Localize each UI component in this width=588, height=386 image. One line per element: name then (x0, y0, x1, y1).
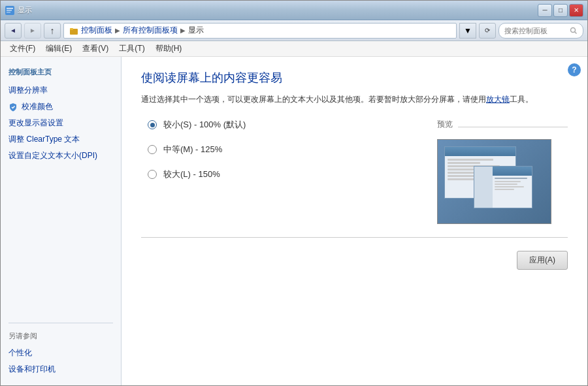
window: 显示 ─ □ ✕ ◄ ► ↑ 控制面板 ▶ 所有控制面板项 ▶ 显示 ▼ ⟳ (0, 0, 588, 386)
content-row: 较小(S) - 100% (默认) 中等(M) - 125% 较大(L) - 1… (141, 119, 568, 224)
sidebar-section-title[interactable]: 控制面板主页 (1, 65, 121, 82)
menu-tools[interactable]: 工具(T) (114, 41, 150, 56)
apply-btn-row: 应用(A) (141, 251, 568, 270)
radio-option-small[interactable]: 较小(S) - 100% (默认) (148, 119, 398, 131)
menubar: 文件(F) 编辑(E) 查看(V) 工具(T) 帮助(H) (1, 41, 587, 57)
titlebar: 显示 ─ □ ✕ (1, 1, 587, 20)
search-input[interactable] (504, 27, 567, 35)
search-icon (570, 27, 578, 35)
maximize-button[interactable]: □ (553, 4, 568, 17)
radio-small-circle[interactable] (148, 120, 157, 129)
address-path[interactable]: 控制面板 ▶ 所有控制面板项 ▶ 显示 (63, 23, 457, 39)
titlebar-title: 显示 (18, 5, 32, 15)
radio-medium-label: 中等(M) - 125% (163, 144, 222, 155)
radio-small-label: 较小(S) - 100% (默认) (163, 119, 246, 131)
menu-edit[interactable]: 编辑(E) (41, 41, 77, 56)
refresh-button[interactable]: ⟳ (479, 23, 496, 39)
sidebar-section-bottom: 另请参阅 个性化 设备和打印机 (1, 310, 121, 378)
up-button[interactable]: ↑ (44, 23, 61, 39)
titlebar-buttons: ─ □ ✕ (538, 4, 583, 17)
main-layout: 控制面板主页 调整分辨率 校准颜色 更改显示器设置 调整 ClearType 文… (1, 57, 587, 385)
menu-file[interactable]: 文件(F) (5, 41, 41, 56)
sidebar-item-display-settings[interactable]: 更改显示器设置 (1, 115, 121, 131)
preview-area: 预览 (437, 119, 568, 224)
apply-button[interactable]: 应用(A) (517, 251, 568, 270)
radio-option-large[interactable]: 较大(L) - 150% (148, 169, 398, 180)
left-column: 较小(S) - 100% (默认) 中等(M) - 125% 较大(L) - 1… (141, 119, 398, 224)
sidebar-also-title: 另请参阅 (1, 329, 121, 345)
page-title: 使阅读屏幕上的内容更容易 (141, 70, 568, 86)
close-button[interactable]: ✕ (569, 4, 583, 17)
path-segment-3: 显示 (188, 25, 204, 36)
help-button[interactable]: ? (568, 63, 581, 76)
back-button[interactable]: ◄ (5, 23, 22, 39)
sidebar-item-calibrate[interactable]: 校准颜色 (1, 99, 121, 115)
bottom-separator (141, 237, 568, 238)
titlebar-left: 显示 (5, 5, 32, 16)
folder-icon (69, 26, 78, 35)
radio-options: 较小(S) - 100% (默认) 中等(M) - 125% 较大(L) - 1… (148, 119, 398, 180)
sidebar-item-cleartype[interactable]: 调整 ClearType 文本 (1, 131, 121, 148)
page-description: 通过选择其中一个选项，可以更改屏幕上的文本大小以及其他项。若要暂时放大部分分屏幕… (141, 93, 568, 106)
content-area: ? 使阅读屏幕上的内容更容易 通过选择其中一个选项，可以更改屏幕上的文本大小以及… (122, 57, 587, 385)
radio-medium-circle[interactable] (148, 145, 157, 154)
sidebar-item-personalization[interactable]: 个性化 (1, 345, 121, 361)
search-box[interactable] (498, 23, 583, 39)
svg-line-7 (575, 31, 577, 33)
shield-icon (8, 103, 18, 112)
sidebar: 控制面板主页 调整分辨率 校准颜色 更改显示器设置 调整 ClearType 文… (1, 57, 122, 385)
preview-separator (458, 127, 568, 127)
magnifier-link[interactable]: 放大镜 (486, 95, 510, 104)
preview-thumbnail (437, 139, 551, 224)
svg-rect-2 (7, 10, 12, 11)
svg-rect-1 (7, 8, 13, 9)
path-segment-1[interactable]: 控制面板 (81, 25, 112, 36)
svg-rect-3 (7, 12, 10, 13)
addressbar: ◄ ► ↑ 控制面板 ▶ 所有控制面板项 ▶ 显示 ▼ ⟳ (1, 20, 587, 41)
path-segment-2[interactable]: 所有控制面板项 (123, 25, 178, 36)
radio-large-circle[interactable] (148, 170, 157, 179)
forward-button[interactable]: ► (24, 23, 41, 39)
menu-view[interactable]: 查看(V) (77, 41, 114, 56)
radio-option-medium[interactable]: 中等(M) - 125% (148, 144, 398, 155)
sidebar-item-custom-dpi[interactable]: 设置自定义文本大小(DPI) (1, 148, 121, 164)
preview-label: 预览 (437, 119, 453, 130)
sidebar-item-devices[interactable]: 设备和打印机 (1, 361, 121, 378)
sidebar-item-resolution[interactable]: 调整分辨率 (1, 82, 121, 99)
sidebar-divider (8, 323, 113, 323)
menu-help[interactable]: 帮助(H) (150, 41, 188, 56)
path-arrow-button[interactable]: ▼ (459, 23, 476, 39)
svg-point-6 (571, 27, 576, 32)
window-icon (5, 5, 15, 16)
minimize-button[interactable]: ─ (538, 4, 552, 17)
svg-rect-5 (70, 28, 73, 30)
radio-large-label: 较大(L) - 150% (163, 169, 220, 180)
